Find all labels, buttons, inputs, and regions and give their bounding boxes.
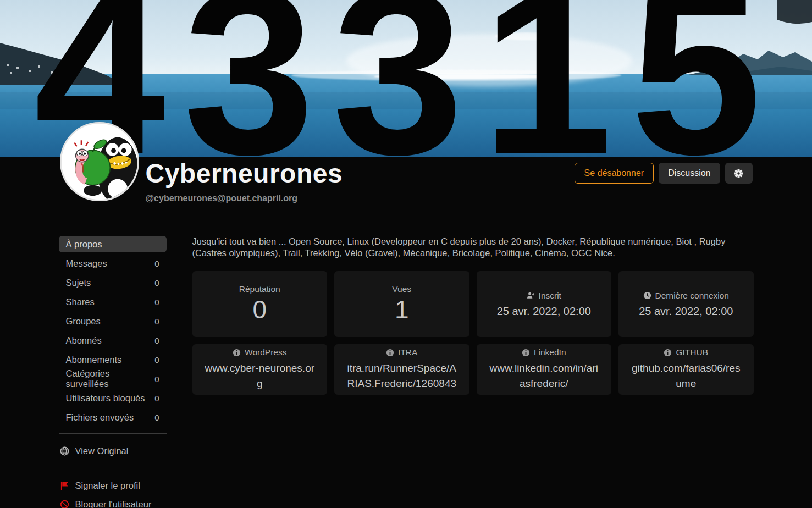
- view-original-label: View Original: [75, 446, 129, 456]
- info-icon: [233, 349, 241, 357]
- stat-label: Inscrit: [539, 291, 561, 301]
- sidebar-item-label: À propos: [66, 239, 102, 250]
- sidebar-item-label: Shares: [66, 297, 95, 307]
- sidebar-divider: [59, 433, 167, 434]
- sidebar-item-groups[interactable]: Groupes 0: [59, 313, 167, 329]
- stat-value: 0: [252, 295, 267, 324]
- stat-card-reputation: Réputation 0: [192, 271, 328, 337]
- globe-icon: [60, 446, 69, 456]
- stat-value: 1: [395, 295, 409, 324]
- sidebar-item-label: Fichiers envoyés: [66, 412, 134, 423]
- sidebar-item-topics[interactable]: Sujets 0: [59, 274, 167, 291]
- sidebar-item-count: 0: [154, 297, 159, 307]
- sidebar-item-count: 0: [154, 259, 159, 268]
- info-icon: [386, 349, 394, 357]
- sidebar-item-followers[interactable]: Abonnés 0: [59, 332, 167, 349]
- stat-label: Dernière connexion: [655, 291, 729, 301]
- flag-icon: [60, 481, 69, 490]
- clock-icon: [643, 291, 651, 300]
- wordpress-link[interactable]: www.cyber-neurones.org: [203, 361, 316, 391]
- sidebar-item-blocked-users[interactable]: Utilisateurs bloqués 0: [59, 390, 167, 406]
- sidebar-divider: [59, 468, 167, 468]
- sidebar-item-label: Sujets: [66, 278, 91, 288]
- sidebar-item-count: 0: [154, 374, 159, 384]
- link-card-github: GITHUB github.com/farias06/resume: [618, 344, 754, 395]
- link-label: LinkedIn: [534, 347, 566, 357]
- sidebar-item-count: 0: [154, 317, 159, 326]
- sidebar-item-following[interactable]: Abonnements 0: [59, 351, 167, 368]
- sidebar-item-about[interactable]: À propos: [59, 236, 167, 252]
- stat-card-joined: Inscrit 25 avr. 2022, 02:00: [477, 271, 612, 337]
- sidebar-item-count: 0: [154, 278, 159, 288]
- info-icon: [664, 349, 672, 357]
- links-row: WordPress www.cyber-neurones.org ITRA it…: [192, 344, 754, 395]
- sidebar-item-label: Abonnements: [66, 355, 122, 365]
- stat-label: Réputation: [239, 284, 280, 294]
- itra-link[interactable]: itra.run/RunnerSpace/ARIAS.Frederic/1260…: [345, 361, 459, 391]
- sidebar-item-watched-categories[interactable]: Catégories surveillées 0: [59, 371, 167, 387]
- sidebar-item-shares[interactable]: Shares 0: [59, 294, 167, 310]
- block-user-button[interactable]: Bloquer l'utilisateur: [59, 495, 167, 508]
- link-label: ITRA: [398, 347, 417, 357]
- sidebar-item-count: 0: [154, 336, 159, 345]
- sidebar-item-label: Utilisateurs bloqués: [66, 393, 145, 404]
- sidebar-item-label: Messages: [66, 258, 107, 269]
- github-link[interactable]: github.com/farias06/resume: [629, 361, 743, 391]
- info-icon: [522, 349, 530, 357]
- view-original-link[interactable]: View Original: [59, 441, 167, 460]
- report-profile-button[interactable]: Signaler le profil: [59, 476, 167, 495]
- stat-card-last-online: Dernière connexion 25 avr. 2022, 02:00: [618, 271, 754, 337]
- chat-button[interactable]: Discussion: [659, 163, 720, 184]
- linkedin-link[interactable]: www.linkedin.com/in/ariasfrederic/: [487, 361, 600, 391]
- sidebar-item-label: Catégories surveillées: [66, 368, 155, 389]
- avatar[interactable]: [60, 122, 139, 201]
- stat-value: 25 avr. 2022, 02:00: [639, 305, 733, 318]
- sidebar-item-label: Abonnés: [66, 335, 102, 346]
- sidebar-item-uploaded-files[interactable]: Fichiers envoyés 0: [59, 409, 167, 426]
- gear-icon: [733, 168, 744, 179]
- link-label: GITHUB: [676, 347, 708, 357]
- settings-button[interactable]: [725, 163, 753, 184]
- sidebar-item-label: Groupes: [66, 316, 101, 327]
- link-label: WordPress: [245, 347, 286, 357]
- sidebar-item-count: 0: [154, 394, 159, 403]
- user-handle: @cyberneurones@pouet.chapril.org: [146, 194, 754, 203]
- sidebar-item-count: 0: [154, 413, 159, 422]
- link-card-linkedin: LinkedIn www.linkedin.com/in/ariasfreder…: [477, 344, 612, 395]
- avatar-image: [62, 124, 137, 200]
- user-plus-icon: [527, 291, 535, 300]
- link-card-wordpress: WordPress www.cyber-neurones.org: [192, 344, 328, 395]
- profile-sidebar: À propos Messages 0 Sujets 0 Shares 0 Gr…: [59, 236, 167, 508]
- about-panel: Jusqu'ici tout va bien ... Open Source, …: [174, 236, 754, 508]
- unfollow-button[interactable]: Se désabonner: [575, 163, 654, 184]
- banner-number: 43315: [34, 0, 780, 157]
- sidebar-item-messages[interactable]: Messages 0: [59, 255, 167, 272]
- stats-row: Réputation 0 Vues 1 Inscrit: [192, 271, 754, 337]
- sidebar-item-count: 0: [154, 355, 159, 365]
- stat-value: 25 avr. 2022, 02:00: [497, 305, 591, 318]
- ban-icon: [60, 500, 69, 508]
- profile-header: Cyberneurones @cyberneurones@pouet.chapr…: [59, 157, 754, 224]
- link-card-itra: ITRA itra.run/RunnerSpace/ARIAS.Frederic…: [334, 344, 469, 395]
- stat-card-views: Vues 1: [334, 271, 469, 337]
- stat-label: Vues: [392, 284, 411, 294]
- block-user-label: Bloquer l'utilisateur: [75, 499, 152, 508]
- corner-shadow: [777, 0, 812, 24]
- report-profile-label: Signaler le profil: [75, 481, 140, 491]
- about-text: Jusqu'ici tout va bien ... Open Source, …: [192, 236, 754, 259]
- header-actions: Se désabonner Discussion: [575, 163, 753, 184]
